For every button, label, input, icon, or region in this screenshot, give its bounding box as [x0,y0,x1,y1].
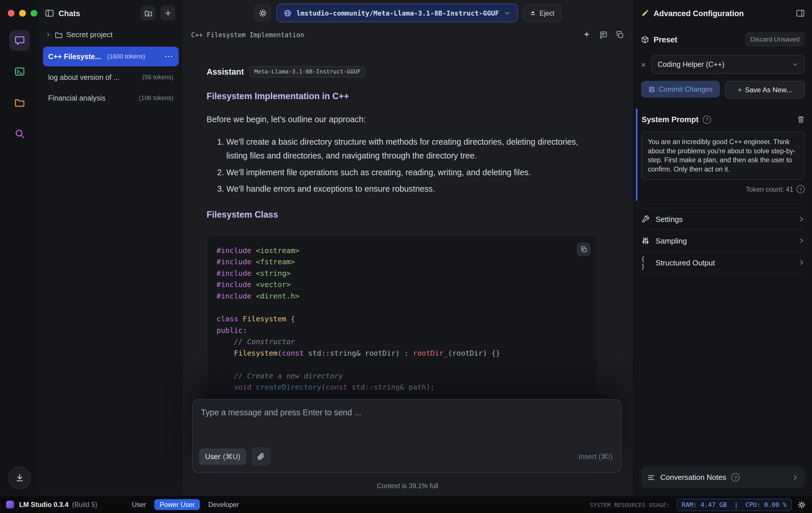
new-folder-button[interactable] [141,6,155,20]
preset-row: Preset Discard Unsaved [641,32,805,47]
trash-icon[interactable] [797,115,805,123]
chat-more-menu-icon[interactable]: ··· [165,52,174,61]
folder-secret-project[interactable]: Secret project [39,26,181,44]
preset-dropdown-value: Coding Helper (C++) [658,60,724,69]
save-as-new-button[interactable]: + Save As New... [725,81,805,99]
input-toolbar: User (⌘U) Insert (⌘I) [199,447,613,466]
nav-chat-button[interactable] [9,30,30,51]
chevron-right-icon [45,32,51,38]
chat-token-count: (1600 tokens) [107,53,145,60]
role-toggle-button[interactable]: User (⌘U) [199,449,246,465]
gear-icon [258,9,267,18]
assistant-label: Assistant [207,67,244,76]
chat-name: Financial analysis [48,94,106,102]
system-prompt-textarea[interactable]: You are an incredibly good C++ engineer.… [641,131,805,180]
mode-tab-user[interactable]: User [127,499,151,510]
system-resources-badge[interactable]: RAM: 4.47 GB | CPU: 0.00 % [677,498,792,511]
chat-list: C++ Filesyste... (1600 tokens) ··· log a… [39,46,181,109]
assistant-model-badge: Meta-Llama-3.1-8B-Instruct-GGUF [250,66,366,77]
settings-gear-icon[interactable] [798,500,806,509]
sidebar-actions [141,6,175,20]
message-bubble-icon[interactable] [599,31,608,39]
chevron-right-icon [798,238,805,244]
traffic-lights [0,0,37,29]
preset-label: Preset [654,35,677,44]
copy-code-button[interactable] [577,243,590,256]
downloads-button[interactable] [8,467,31,489]
nav-developer-button[interactable] [9,61,30,82]
user-mode-tabs: User Power User Developer [127,499,244,510]
preset-select-row: × Coding Helper (C++) [641,55,805,74]
minimize-window-button[interactable] [19,10,26,17]
commit-changes-button[interactable]: Commit Changes [641,81,720,98]
insert-button[interactable]: Insert (⌘I) [578,453,613,461]
panel-header: Advanced Configuration [641,0,805,26]
eject-label: Eject [539,9,554,17]
chat-name: C++ Filesyste... [48,52,101,61]
save-icon [648,86,655,92]
message-heading-class: Filesystem Class [207,210,622,220]
folder-plus-icon [144,9,152,17]
conversation-notes-button[interactable]: Conversation Notes ? [641,467,805,488]
chats-sidebar: Chats [39,0,182,495]
new-chat-button[interactable] [161,6,175,20]
system-prompt-header: System Prompt ? [641,115,805,124]
sidebar-header: Chats [39,0,181,26]
code-block-lines: #include <iostream>#include <fstream>#in… [216,245,588,393]
sparkle-icon[interactable] [582,31,591,39]
chat-bubble-icon [14,35,25,46]
context-usage-status: Context is 39.1% full [182,482,633,490]
chat-main: lmstudio-community/Meta-Llama-3.1-8B-Ins… [182,0,633,495]
message-input-box[interactable]: Type a message and press Enter to send .… [192,399,621,473]
icon-rail [0,0,39,495]
chat-token-count: (106 tokens) [139,94,174,102]
duplicate-icon[interactable] [616,31,624,39]
preset-action-row: Commit Changes + Save As New... [641,81,805,99]
app-build: (Build 5) [72,501,97,508]
section-settings[interactable]: Settings [641,208,805,230]
save-as-new-label: Save As New... [745,86,792,94]
help-icon[interactable]: ? [731,473,740,482]
nav-discover-button[interactable] [9,123,30,144]
conversation-title: C++ Filesystem Implementation [191,31,304,38]
sliders-icon [641,237,650,245]
model-settings-button[interactable] [254,4,271,22]
sidebar-toggle-icon[interactable] [45,9,54,18]
preset-box-icon [641,35,649,43]
copy-icon [580,246,587,252]
clear-preset-button[interactable]: × [641,60,646,68]
nav-my-models-button[interactable] [9,92,30,113]
discard-unsaved-button[interactable]: Discard Unsaved [745,32,805,47]
chat-item-financial-analysis[interactable]: Financial analysis (106 tokens) [43,88,178,108]
mode-tab-developer[interactable]: Developer [203,499,244,510]
plus-icon: + [738,86,742,94]
close-window-button[interactable] [8,10,14,17]
section-sampling[interactable]: Sampling [641,230,805,251]
help-icon[interactable]: ? [703,115,711,124]
section-structured-output[interactable]: { } Structured Output [641,251,805,273]
folder-icon [55,31,63,38]
mode-tab-power-user[interactable]: Power User [154,499,200,510]
loaded-model-selector[interactable]: lmstudio-community/Meta-Llama-3.1-8B-Ins… [277,4,518,23]
chat-item-cpp-filesystem[interactable]: C++ Filesyste... (1600 tokens) ··· [43,47,178,66]
chat-item-log-version[interactable]: log about version of ... (56 tokens) [43,68,178,87]
attach-file-button[interactable] [252,447,270,466]
help-icon[interactable]: ? [796,185,805,193]
braces-icon: { } [641,255,650,270]
panel-collapse-icon[interactable] [796,9,805,18]
panel-title: Advanced Configuration [654,9,744,18]
section-label: Sampling [656,237,687,245]
search-icon [14,129,25,139]
zoom-window-button[interactable] [31,10,37,17]
message-heading-implementation: Filesystem Implementation in C++ [207,91,622,102]
plus-icon [164,9,172,17]
eject-model-button[interactable]: Eject [523,4,561,22]
commit-changes-label: Commit Changes [659,85,713,93]
conversation-titlebar: C++ Filesystem Implementation [182,26,633,44]
preset-dropdown[interactable]: Coding Helper (C++) [651,55,805,74]
model-header: lmstudio-community/Meta-Llama-3.1-8B-Ins… [182,0,633,26]
sidebar-title: Chats [58,9,80,18]
status-bar: LM Studio 0.3.4 (Build 5) User Power Use… [0,495,812,513]
folder-name: Secret project [66,31,113,39]
download-icon [15,473,24,482]
